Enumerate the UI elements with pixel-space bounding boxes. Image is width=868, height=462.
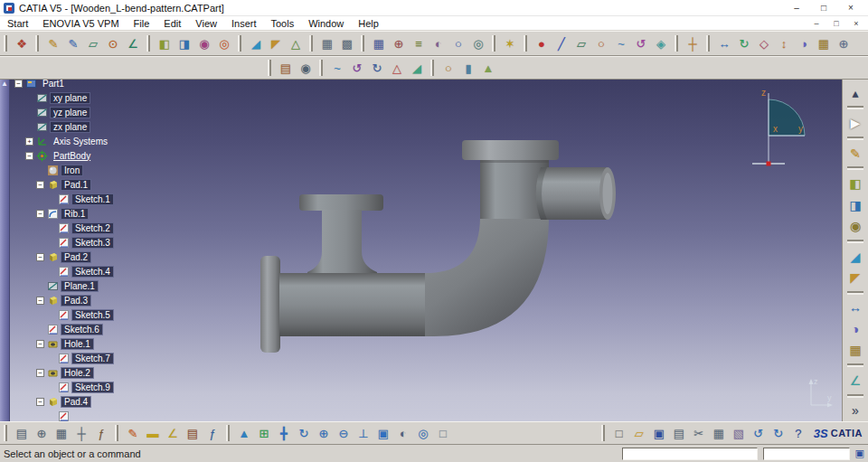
plane-icon[interactable]: ▱ [571,33,591,53]
translate-icon[interactable]: ↔ [714,33,734,53]
tree-expander-axis-systems[interactable]: + [25,137,33,146]
hide-show-icon[interactable]: ◎ [413,423,433,443]
visualization-icon[interactable]: ◐ [429,33,448,53]
render-style-icon[interactable]: ◐ [393,423,413,443]
plane-icon[interactable] [36,107,48,118]
knowledge-icon[interactable]: ƒ [203,423,222,443]
mirror-icon[interactable]: ◑ [794,33,814,53]
menu-edit[interactable]: Edit [156,18,188,29]
sketch-icon[interactable] [58,410,70,422]
sketch-icon[interactable] [47,324,59,335]
axis-icon[interactable]: ┼ [683,33,703,53]
compass-origin-dot[interactable] [767,162,771,166]
positioned-sketch-icon[interactable]: ✎ [63,33,83,53]
rotate-view-icon[interactable]: ↻ [294,423,314,443]
pad-icon[interactable]: ◧ [155,33,175,53]
tree-expander-hole-1[interactable]: − [36,340,44,348]
toolbar-grip[interactable] [319,60,323,76]
new-icon[interactable]: □ [609,423,629,443]
tree-expander-part1[interactable]: − [14,80,23,88]
menu-view[interactable]: View [188,18,224,29]
scroll-up-icon[interactable]: ▴ [844,83,866,102]
workbench-icon[interactable]: ❖ [12,33,32,53]
toolbar-grip[interactable] [675,35,678,52]
toolbar-grip[interactable] [4,425,7,441]
tree-expander-pad-2[interactable]: − [36,253,44,261]
split-view-icon[interactable]: ▦ [317,33,337,53]
save-icon[interactable]: ▣ [649,423,669,443]
zoom-out-icon[interactable]: ⊖ [334,423,354,443]
tree-item-sketch-7[interactable]: Sketch.7 [72,354,113,363]
tree-item-xy-plane[interactable]: xy plane [51,93,90,103]
menu-file[interactable]: File [127,18,157,29]
tree-item-sketch-9[interactable]: Sketch.9 [72,382,113,392]
pattern-icon[interactable]: ▦ [814,33,834,53]
status-indicator-icon[interactable]: ▣ [855,448,864,459]
sketch-icon[interactable] [58,309,70,321]
tree-item-yz-plane[interactable]: yz plane [51,108,90,118]
line-icon[interactable]: ╱ [552,33,571,53]
chamfer-icon[interactable]: ◤ [266,33,286,53]
pad-icon[interactable] [47,396,59,408]
lighting-icon[interactable]: ✶ [500,33,520,53]
toolbar-grip[interactable] [268,60,271,76]
cylinder-icon[interactable]: ▮ [458,58,478,78]
depth-effect-icon[interactable]: ◎ [468,33,488,53]
menu-window[interactable]: Window [301,18,351,29]
plane-icon[interactable] [36,92,48,104]
draft-icon[interactable]: △ [286,33,306,53]
sketch-icon[interactable] [58,266,70,278]
print-icon[interactable]: ▤ [669,423,689,443]
compass-tool-icon[interactable]: ┼ [71,423,91,443]
menu-help[interactable]: Help [351,18,386,29]
power-input-field[interactable] [763,448,850,460]
tree-item-hole-2[interactable]: Hole.2 [61,368,93,378]
partbody-icon[interactable] [36,150,48,162]
toolbar-grip[interactable] [226,425,230,441]
hole-side-icon[interactable]: ◉ [844,216,866,235]
cut-icon[interactable]: ✂ [689,423,709,443]
helix2-icon[interactable]: ↻ [367,58,387,78]
catalog-icon[interactable]: ▤ [276,58,296,78]
spline2-icon[interactable]: ~ [327,58,347,78]
view-compass[interactable]: z y x [736,84,807,170]
fillet-side-icon[interactable]: ◢ [844,247,866,266]
arc-icon[interactable]: ○ [439,58,458,78]
viewport-3d[interactable]: ▲ −Part1xy planeyz planezx plane+Axis Sy… [0,80,868,421]
tree-item-pad-3[interactable]: Pad.3 [61,296,90,306]
spline-icon[interactable]: ~ [611,33,631,53]
menu-tools[interactable]: Tools [263,18,301,29]
camera-icon[interactable]: ◉ [296,58,316,78]
layers-icon[interactable]: ≡ [409,33,429,53]
menu-enovia-v5-vpm[interactable]: ENOVIA V5 VPM [35,18,126,29]
toolbar-grip[interactable] [35,35,39,52]
undo-icon[interactable]: ↺ [749,423,769,443]
chamfer-side-icon[interactable]: ◤ [844,268,866,287]
iso-view-icon[interactable]: ▣ [373,423,393,443]
tree-item-pad-2[interactable]: Pad.2 [61,252,90,262]
pocket-side-icon[interactable]: ◨ [844,195,866,214]
tree-item-axis-systems[interactable]: Axis Systems [51,137,110,146]
surface-icon[interactable]: ◈ [651,33,671,53]
parameters-icon[interactable]: ƒ [91,423,111,443]
pattern-side-icon[interactable]: ▦ [844,341,866,360]
tree-item-sketch-2[interactable]: Sketch.2 [72,223,113,233]
tree-item-zx-plane[interactable]: zx plane [51,122,90,132]
toolbar-grip[interactable] [601,425,605,441]
toolbar-grip[interactable] [492,35,495,52]
snap-grid-icon[interactable]: ⊕ [389,33,409,53]
grid-icon[interactable]: ▦ [369,33,389,53]
groove-icon[interactable]: ◎ [214,33,234,53]
cone-icon[interactable]: ▲ [478,58,498,78]
maximize-button[interactable]: □ [810,0,837,15]
rotate-tool-icon[interactable]: ↻ [734,33,754,53]
tree-item-sketch-1[interactable]: Sketch.1 [72,194,113,204]
hole-icon[interactable] [47,338,59,350]
tree-expander-partbody[interactable]: − [25,152,33,160]
magnifier-icon[interactable]: ○ [448,33,468,53]
shaft-icon[interactable]: ◉ [194,33,214,53]
plane-icon[interactable] [36,121,48,133]
more-tools-icon[interactable]: » [844,401,866,420]
sketcher-icon[interactable]: ✎ [43,33,63,53]
helix-icon[interactable]: ↺ [631,33,651,53]
